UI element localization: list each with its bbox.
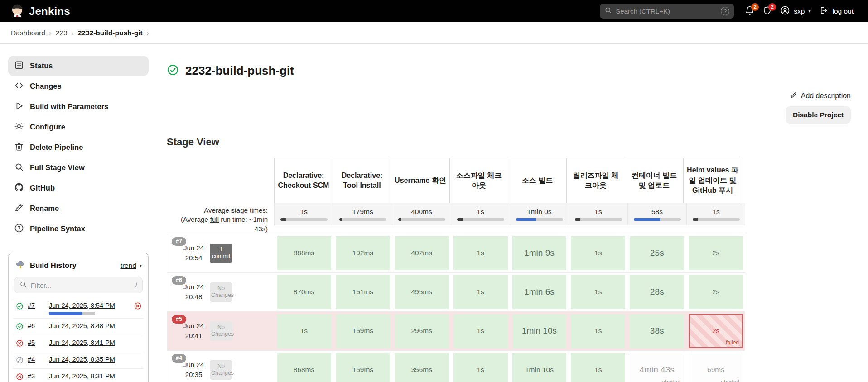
help-icon (14, 223, 24, 235)
stage-column-header: 릴리즈파일 체크아웃 (566, 158, 625, 203)
average-stage-time: 58s (627, 203, 686, 225)
search-icon (604, 6, 612, 16)
chevron-down-icon: ▾ (808, 9, 810, 14)
user-menu-button[interactable]: sxp ▾ (776, 3, 815, 20)
stage-cell[interactable]: 1s (571, 314, 625, 348)
stage-cell[interactable]: 1s (571, 275, 625, 309)
stage-cell[interactable]: 495ms (395, 275, 449, 309)
breadcrumb-separator-icon: › (49, 29, 52, 37)
build-date-link[interactable]: Jun 24, 2025, 8:41 PM (49, 339, 115, 346)
trend-link[interactable]: trend ▾ (121, 262, 142, 270)
stage-cell-failed[interactable]: 2sfailed (689, 314, 743, 348)
sidebar-item-full-stage-view[interactable]: Full Stage View (8, 158, 149, 178)
global-search: ? (600, 4, 734, 19)
sidebar-item-changes[interactable]: Changes (8, 76, 149, 96)
sidebar-item-status[interactable]: Status (8, 56, 149, 76)
build-history-item: #3 Jun 24, 2025, 8:31 PM (13, 368, 144, 382)
stage-cell[interactable]: 1s (453, 275, 508, 309)
stage-cell[interactable]: 159ms (336, 314, 390, 348)
breadcrumb-dashboard[interactable]: Dashboard (11, 29, 45, 37)
build-link[interactable]: #4 (28, 356, 45, 363)
notifications-button[interactable]: 2 (741, 3, 758, 20)
stage-cell[interactable]: 192ms (336, 236, 390, 270)
stage-cell[interactable]: 159ms (336, 353, 390, 382)
breadcrumb-job[interactable]: 2232-build-push-git (78, 29, 143, 37)
add-description-link[interactable]: Add description (790, 91, 851, 100)
build-link[interactable]: #6 (28, 322, 45, 329)
stage-view-table: Declarative: Checkout SCM Declarative: T… (167, 158, 745, 382)
build-history-filter: / (14, 277, 143, 293)
build-progress-bar[interactable] (49, 312, 95, 315)
logout-button[interactable]: log out (815, 3, 858, 20)
top-bar: Jenkins ? 2 2 sxp ▾ log out (0, 0, 868, 22)
sidebar-item-configure[interactable]: Configure (8, 117, 149, 137)
build-datetime: Jun 2420:48 (183, 282, 204, 302)
jenkins-home-link[interactable]: Jenkins (10, 3, 70, 19)
jenkins-butler-icon (10, 3, 24, 19)
stage-cell[interactable]: 1s (453, 236, 508, 270)
stage-cell[interactable]: 1min 9s (512, 236, 567, 270)
stage-cell[interactable]: 888ms (277, 236, 331, 270)
notifications-badge: 2 (751, 3, 759, 11)
stage-cell[interactable]: 868ms (277, 353, 331, 382)
stage-cell[interactable]: 296ms (395, 314, 449, 348)
stage-cell[interactable]: 1s (453, 314, 508, 348)
search-input[interactable] (616, 7, 717, 15)
stage-column-header: 소스 빌드 (508, 158, 567, 203)
breadcrumb: Dashboard › 223 › 2232-build-push-git › (0, 22, 868, 44)
build-date-link[interactable]: Jun 24, 2025, 8:31 PM (49, 372, 115, 380)
security-button[interactable]: 2 (758, 3, 776, 20)
sidebar-item-delete-pipeline[interactable]: Delete Pipeline (8, 137, 149, 158)
breadcrumb-caret-icon[interactable]: › (147, 29, 149, 37)
logout-label: log out (832, 7, 854, 15)
search-help-icon[interactable]: ? (721, 7, 729, 15)
build-link[interactable]: #3 (28, 372, 45, 380)
average-stage-time: 1min 0s (510, 203, 569, 225)
changes-badge[interactable]: 1 commit (210, 244, 232, 263)
stage-cell[interactable]: 25s (630, 236, 684, 270)
stage-cell[interactable]: 1s (277, 314, 331, 348)
stage-cell[interactable]: 1min 10s (512, 314, 567, 348)
stage-cell[interactable]: 151ms (336, 275, 390, 309)
stage-cell-aborted[interactable]: 4min 43saborted (630, 353, 684, 382)
build-number-badge[interactable]: #6 (172, 276, 186, 285)
stage-cell[interactable]: 1s (571, 236, 625, 270)
stage-cell[interactable]: 28s (630, 275, 684, 309)
sidebar: Status Changes Build with Parameters Con… (0, 44, 155, 382)
stage-cell[interactable]: 402ms (395, 236, 449, 270)
failed-icon (16, 339, 24, 349)
stage-cell[interactable]: 2s (689, 236, 743, 270)
build-link[interactable]: #5 (28, 339, 45, 346)
build-history-item: #4 Jun 24, 2025, 8:35 PM (13, 352, 144, 368)
stage-row-4: #4 Jun 2420:35 No Changes 868ms 159ms 35… (167, 350, 745, 382)
filter-input[interactable] (31, 282, 131, 289)
build-link[interactable]: #7 (28, 302, 45, 309)
breadcrumb-folder[interactable]: 223 (56, 29, 68, 37)
stage-cell[interactable]: 1min 6s (512, 275, 567, 309)
aborted-label: aborted (721, 379, 739, 382)
stage-cell[interactable]: 2s (689, 275, 743, 309)
stage-cell[interactable]: 1s (453, 353, 508, 382)
sidebar-item-build-with-parameters[interactable]: Build with Parameters (8, 96, 149, 117)
build-date-link[interactable]: Jun 24, 2025, 8:54 PM (49, 302, 115, 309)
average-stage-time: 1s (274, 203, 333, 225)
sidebar-item-pipeline-syntax[interactable]: Pipeline Syntax (8, 219, 149, 239)
build-number-badge[interactable]: #4 (172, 354, 186, 363)
sidebar-item-github[interactable]: GitHub (8, 178, 149, 198)
stage-cell[interactable]: 1min 10s (512, 353, 567, 382)
stage-cell[interactable]: 38s (630, 314, 684, 348)
build-date-link[interactable]: Jun 24, 2025, 8:35 PM (49, 356, 115, 363)
average-stage-time: 1s (451, 203, 510, 225)
build-number-badge[interactable]: #5 (172, 315, 186, 324)
disable-project-button[interactable]: Disable Project (786, 106, 851, 124)
stage-cell[interactable]: 870ms (277, 275, 331, 309)
changes-badge: No Changes (210, 321, 232, 341)
build-date-link[interactable]: Jun 24, 2025, 8:48 PM (49, 322, 115, 329)
stage-view-title: Stage View (167, 136, 851, 148)
cancel-build-button[interactable] (134, 302, 142, 311)
sidebar-item-rename[interactable]: Rename (8, 198, 149, 219)
stage-cell-aborted[interactable]: 69msaborted (689, 353, 743, 382)
build-number-badge[interactable]: #7 (172, 237, 186, 246)
stage-cell[interactable]: 356ms (395, 353, 449, 382)
stage-cell[interactable]: 1s (571, 353, 625, 382)
